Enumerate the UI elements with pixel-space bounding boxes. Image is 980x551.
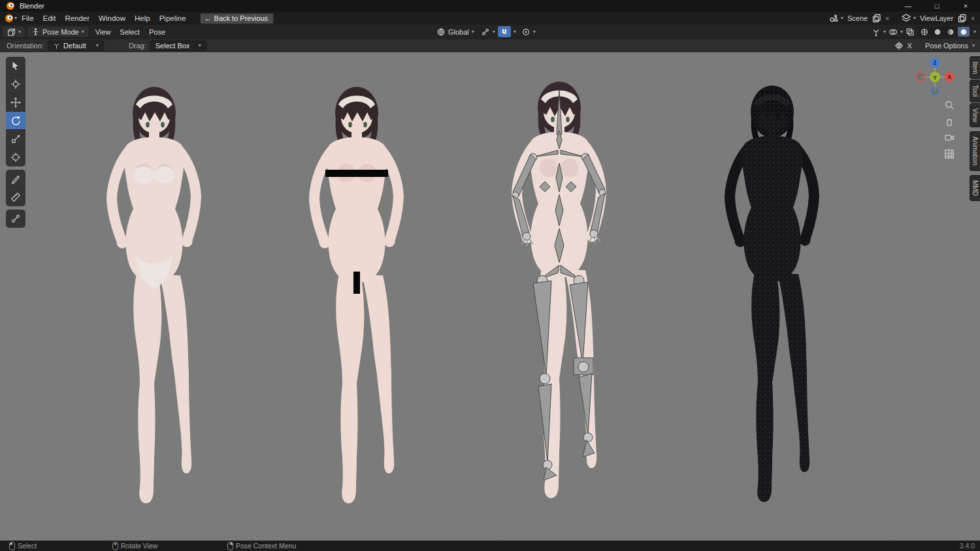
gizmo-x-label: X [947,74,951,80]
magnet-icon [500,28,508,36]
minimize-button[interactable]: — [894,0,923,12]
tab-view[interactable]: View [970,103,980,128]
zoom-icon[interactable] [943,99,955,111]
chevron-down-icon: ▾ [82,29,84,35]
tool-measure[interactable] [6,188,25,206]
character-model-censored[interactable] [314,87,399,503]
tool-scale[interactable] [6,130,25,148]
viewport-toggles: ▾ ▾ ▾ [872,26,976,37]
sidebar-tabs: Item Tool View Animation MMD [970,56,980,202]
shading-rendered-button[interactable] [958,27,970,37]
menu-file[interactable]: File [17,13,39,24]
cursor-crosshair-icon [10,79,21,89]
tab-animation[interactable]: Animation [970,131,980,170]
menu-window[interactable]: Window [94,13,130,24]
tool-cursor[interactable] [6,75,25,93]
chevron-down-icon[interactable]: ▾ [900,29,903,35]
mirror-icon[interactable] [894,41,904,50]
tab-item[interactable]: Item [970,56,980,79]
chevron-down-icon[interactable]: ▾ [973,29,976,35]
proportional-editing-icon[interactable] [521,27,531,37]
pan-hand-icon[interactable] [943,116,955,127]
pose-options-dropdown[interactable]: Pose Options [925,42,968,50]
blender-version: 3.4.0 [960,541,975,551]
chevron-down-icon: ▾ [96,43,99,48]
chevron-down-icon[interactable]: ▾ [493,29,495,35]
character-model-armature[interactable] [512,82,606,498]
menu-select[interactable]: Select [115,27,144,37]
new-scene-icon[interactable] [872,13,882,24]
snap-toggle[interactable] [498,26,511,37]
tool-rotate[interactable] [6,112,25,130]
rotate-icon [10,116,21,126]
new-viewlayer-icon[interactable] [957,13,968,24]
orientation-dropdown[interactable]: Default ▾ [48,40,104,51]
back-arrow-icon: ← [204,14,212,22]
scene-canvas[interactable] [0,52,980,541]
tab-mmd[interactable]: MMD [970,175,980,201]
tool-pose-breakdowner[interactable] [6,210,25,228]
shading-wireframe-button[interactable] [919,27,930,37]
mode-selector[interactable]: Pose Mode ▾ [27,27,88,37]
close-button[interactable]: × [951,0,980,12]
gizmo-axis-negx[interactable] [917,73,925,82]
scene-selector[interactable]: Scene [845,14,870,22]
remove-viewlayer-icon[interactable]: × [970,15,976,22]
maximize-button[interactable]: □ [923,0,951,12]
camera-view-icon[interactable] [943,132,955,144]
menu-pose[interactable]: Pose [144,27,170,37]
show-gizmo-icon[interactable] [872,27,881,37]
chevron-down-icon[interactable]: ▾ [883,29,886,35]
blender-menu-logo-icon[interactable] [4,13,14,24]
mouse-left-icon [9,542,15,550]
gizmo-axis-negz[interactable] [931,87,939,96]
chevron-down-icon[interactable]: ▾ [472,29,474,35]
tab-tool[interactable]: Tool [970,80,980,102]
status-context-menu: Pose Context Menu [227,541,296,551]
navigation-gizmo[interactable]: Z X Y [913,55,956,99]
pose-options-region: X Pose Options ▾ [894,41,975,50]
menu-render[interactable]: Render [60,13,94,24]
mirror-x-toggle[interactable]: X [907,42,912,50]
tool-annotate[interactable] [6,170,25,188]
shading-material-button[interactable] [945,27,956,37]
3d-viewport[interactable]: Z X Y Item Tool View Anima [0,52,980,541]
tool-tweak[interactable] [6,57,25,75]
orientation-selector[interactable]: Global [448,28,469,36]
pivot-point-icon[interactable] [481,27,490,37]
xray-toggle-icon[interactable] [906,27,915,37]
ortho-grid-icon[interactable] [943,148,955,160]
viewlayer-selector[interactable]: ViewLayer [918,14,955,22]
scene-browse-icon[interactable] [828,13,839,24]
unlink-scene-icon[interactable]: × [884,15,890,22]
viewlayer-browse-icon[interactable] [901,13,911,24]
chevron-down-icon[interactable]: ▾ [913,16,916,21]
chevron-down-icon[interactable]: ▾ [533,29,536,35]
menu-bar: ▾ File Edit Render Window Help Pipeline … [0,12,980,25]
menu-edit[interactable]: Edit [39,13,61,24]
character-model-wireframe[interactable] [713,76,831,520]
drag-dropdown[interactable]: Select Box ▾ [150,40,206,51]
tool-move[interactable] [6,93,25,112]
menu-help[interactable]: Help [130,13,155,24]
chevron-down-icon[interactable]: ▾ [841,16,843,21]
drag-label: Drag: [129,42,146,50]
show-overlays-icon[interactable] [889,27,898,37]
tool-settings-bar: Orientation: Default ▾ Drag: Select Box … [0,39,980,52]
editor-type-button[interactable]: ▾ [3,27,25,37]
gizmo-y-label: Y [933,74,937,81]
mouse-right-icon [227,542,233,550]
chevron-down-icon[interactable]: ▾ [972,43,975,48]
censor-bar-top [325,170,388,177]
mode-label: Pose Mode [42,28,79,36]
tool-transform[interactable] [6,148,25,166]
viewport-editor-icon [7,27,16,37]
chevron-down-icon[interactable]: ▾ [514,29,516,35]
shading-solid-button[interactable] [932,27,943,37]
orientation-label: Orientation: [7,42,44,50]
tweak-cursor-icon [10,61,21,71]
menu-pipeline[interactable]: Pipeline [155,13,191,24]
back-to-previous-button[interactable]: ← Back to Previous [200,13,274,24]
character-model-textured[interactable] [112,87,196,503]
menu-view[interactable]: View [91,27,116,37]
